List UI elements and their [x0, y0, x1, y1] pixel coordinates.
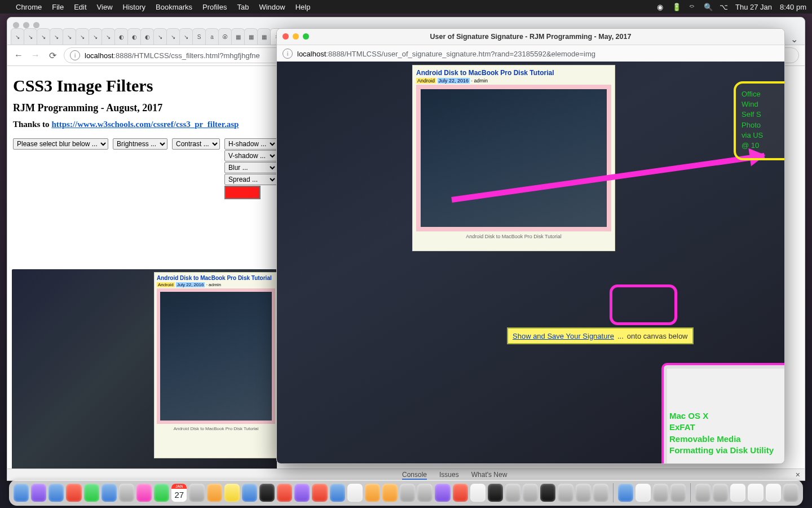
- devtools-console-tab[interactable]: Console: [402, 471, 427, 479]
- menu-tab[interactable]: Tab: [237, 3, 249, 11]
- menu-history[interactable]: History: [123, 3, 145, 11]
- control-center-icon[interactable]: ⌥: [720, 3, 727, 11]
- dock-app-appstore[interactable]: [330, 484, 345, 502]
- dock-app-contacts[interactable]: [189, 484, 204, 502]
- browser-tab[interactable]: ↘: [76, 28, 89, 45]
- popup-titlebar[interactable]: User of Signature Signature - RJM Progra…: [277, 29, 784, 45]
- browser-tab[interactable]: ▦: [244, 28, 258, 45]
- dock-app-tv[interactable]: [259, 484, 275, 502]
- contrast-select[interactable]: Contrast ...: [172, 138, 220, 150]
- menubar-time[interactable]: 8:40 pm: [780, 3, 806, 11]
- browser-tab[interactable]: ⦿: [218, 28, 232, 45]
- devtools-bar[interactable]: Console Issues What's New ×: [7, 468, 805, 480]
- forward-button[interactable]: →: [30, 50, 41, 61]
- close-dot-icon[interactable]: [283, 33, 289, 40]
- site-info-icon[interactable]: i: [70, 50, 80, 60]
- dock-app-reminders[interactable]: [207, 484, 222, 502]
- dock-stack[interactable]: [730, 484, 745, 502]
- back-button[interactable]: ←: [13, 50, 24, 61]
- devtools-issues-tab[interactable]: Issues: [439, 471, 459, 479]
- dock-app-mail[interactable]: [102, 484, 117, 502]
- browser-tab[interactable]: ◐: [127, 28, 141, 45]
- menu-window[interactable]: Window: [259, 3, 285, 11]
- browser-tab[interactable]: ↘: [153, 28, 167, 45]
- dock-app-news[interactable]: [312, 484, 327, 502]
- devtools-close-icon[interactable]: ×: [796, 470, 800, 479]
- browser-tab[interactable]: ▦: [231, 28, 245, 45]
- spread-select[interactable]: Spread ...: [224, 174, 277, 185]
- dock-app-finder[interactable]: [14, 484, 29, 502]
- browser-tab[interactable]: ◐: [140, 28, 154, 45]
- color-swatch[interactable]: [224, 186, 261, 199]
- dock-app-music[interactable]: [277, 484, 292, 502]
- dock-trash-icon[interactable]: [783, 484, 798, 502]
- dock-app-gimp[interactable]: [365, 484, 380, 502]
- dock-app[interactable]: [670, 484, 686, 502]
- menu-bookmarks[interactable]: Bookmarks: [156, 3, 192, 11]
- dock-app-settings[interactable]: [558, 484, 573, 502]
- reload-button[interactable]: ⟳: [47, 50, 58, 61]
- dock-stack[interactable]: [695, 484, 710, 502]
- blog-card[interactable]: Android Disk to MacBook Pro Disk Tutoria…: [154, 272, 278, 458]
- show-save-signature-link[interactable]: Show and Save Your Signature: [513, 332, 614, 340]
- menubar-date[interactable]: Thu 27 Jan: [735, 3, 772, 11]
- dock-app-podcasts[interactable]: [294, 484, 310, 502]
- dock-app[interactable]: [636, 484, 651, 502]
- battery-icon[interactable]: 🔋: [672, 3, 680, 11]
- menu-file[interactable]: File: [52, 3, 64, 11]
- dock-app[interactable]: [576, 484, 591, 502]
- blur-select[interactable]: Please select blur below ...: [13, 138, 108, 150]
- dock-stack[interactable]: [766, 484, 781, 502]
- hshadow-select[interactable]: H-shadow ...: [224, 138, 277, 150]
- browser-tab[interactable]: ↘: [11, 28, 24, 45]
- wifi-icon[interactable]: ⌔: [688, 3, 696, 11]
- site-info-icon[interactable]: i: [283, 49, 293, 59]
- popup-window-controls[interactable]: [283, 33, 309, 40]
- tutorial-card[interactable]: Android Disk to MacBook Pro Disk Tutoria…: [412, 65, 615, 251]
- thanks-link[interactable]: https://www.w3schools.com/cssref/css3_pr…: [51, 120, 239, 129]
- dock-app-photos[interactable]: [136, 484, 152, 502]
- dock-app[interactable]: [653, 484, 668, 502]
- browser-tab[interactable]: ◐: [114, 28, 128, 45]
- dock-app-terminal[interactable]: [488, 484, 503, 502]
- dock-app-notes[interactable]: [224, 484, 240, 502]
- browser-tab[interactable]: ↘: [37, 28, 50, 45]
- dock-app-intellij[interactable]: [540, 484, 555, 502]
- dock-app-filezilla[interactable]: [453, 484, 468, 502]
- min-dot-icon[interactable]: [293, 33, 299, 40]
- vshadow-select[interactable]: V-shadow ...: [224, 150, 277, 161]
- dock-app[interactable]: [523, 484, 538, 502]
- menu-help[interactable]: Help: [295, 3, 311, 11]
- dock-app-calendar[interactable]: [171, 484, 187, 502]
- dock-app-opera[interactable]: [66, 484, 81, 502]
- devtools-whatsnew-tab[interactable]: What's New: [471, 471, 508, 479]
- zoom-dot-icon[interactable]: [303, 33, 309, 40]
- dock-app-textedit[interactable]: [347, 484, 363, 502]
- menu-edit[interactable]: Edit: [74, 3, 86, 11]
- window-controls[interactable]: [13, 22, 39, 28]
- dock-app-launchpad[interactable]: [31, 484, 46, 502]
- browser-tab[interactable]: ↘: [89, 28, 102, 45]
- app-menu[interactable]: Chrome: [16, 3, 42, 11]
- browser-tab[interactable]: ↘: [50, 28, 63, 45]
- dock-app-facetime[interactable]: [154, 484, 169, 502]
- screenrecord-icon[interactable]: ◉: [656, 3, 664, 11]
- browser-tab[interactable]: ▦: [257, 28, 271, 45]
- dock-app-chrome[interactable]: [618, 484, 633, 502]
- dock-app-maps[interactable]: [119, 484, 134, 502]
- dock[interactable]: [9, 480, 803, 506]
- tab-overflow-icon[interactable]: ⌄: [791, 34, 801, 45]
- browser-tab[interactable]: S: [192, 28, 206, 45]
- dock-app-safari[interactable]: [48, 484, 64, 502]
- browser-tab[interactable]: ↘: [63, 28, 76, 45]
- browser-tab[interactable]: ↘: [102, 28, 115, 45]
- popup-address-bar[interactable]: i localhost:8888/HTMLCSS/user_of_signatu…: [277, 45, 784, 63]
- dock-app-b[interactable]: [470, 484, 486, 502]
- dock-app-preview[interactable]: [400, 484, 415, 502]
- blur2-select[interactable]: Blur ...: [224, 162, 277, 173]
- dock-app[interactable]: [417, 484, 433, 502]
- spotlight-icon[interactable]: 🔍: [704, 3, 712, 11]
- menu-view[interactable]: View: [97, 3, 113, 11]
- dock-app[interactable]: [505, 484, 520, 502]
- dock-app-paintbrush[interactable]: [242, 484, 257, 502]
